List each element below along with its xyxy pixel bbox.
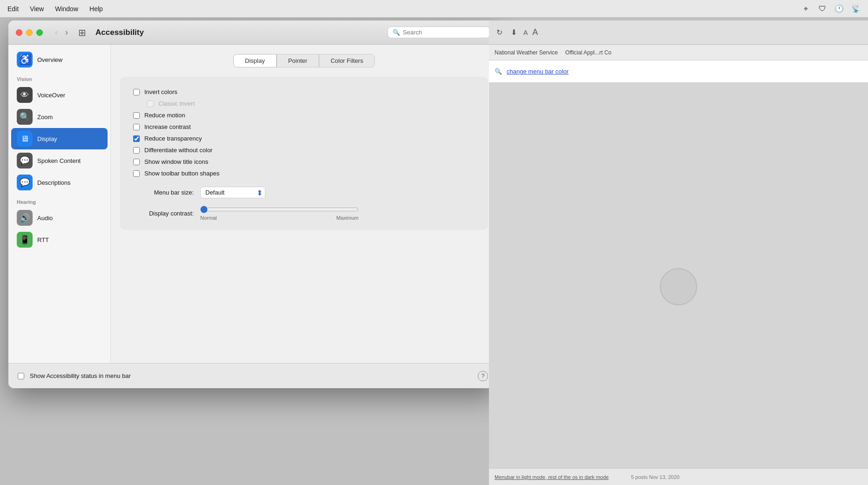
slider-labels: Normal Maximum	[200, 215, 359, 221]
reduce-motion-row: Reduce motion	[133, 109, 475, 121]
traffic-lights	[16, 29, 43, 36]
sidebar-label-audio: Audio	[37, 215, 53, 222]
reduce-motion-label: Reduce motion	[144, 112, 185, 119]
time-machine-icon[interactable]: 🕐	[834, 4, 844, 13]
browser-bottom: Menubar in light mode, rest of the os in…	[489, 468, 868, 485]
browser-font-large[interactable]: A	[532, 27, 538, 37]
display-contrast-row: Display contrast: Normal Maximum	[133, 206, 475, 221]
menu-view[interactable]: View	[30, 5, 44, 13]
increase-contrast-checkbox[interactable]	[133, 124, 140, 130]
invert-colors-checkbox[interactable]	[133, 89, 140, 95]
sidebar-item-descriptions[interactable]: 💬 Descriptions	[11, 172, 108, 193]
minimize-button[interactable]	[26, 29, 33, 36]
nav-arrows: ‹ ›	[52, 27, 71, 38]
radar-icon[interactable]: ⌖	[801, 4, 810, 13]
bookmark-nws[interactable]: National Weather Service	[495, 49, 558, 56]
reduce-motion-checkbox[interactable]	[133, 112, 140, 119]
bookmark-apple[interactable]: Official Appl...rt Co	[565, 49, 611, 56]
desktop: ‹ › ⊞ Accessibility 🔍 ♿ Overview Vision …	[0, 18, 868, 485]
browser-refresh-button[interactable]: ↻	[495, 26, 504, 39]
display-contrast-label: Display contrast:	[133, 210, 194, 217]
differentiate-label: Differentiate without color	[144, 147, 212, 154]
vision-section-header: Vision	[8, 71, 110, 84]
menubar-right-icons: ⌖ 🛡 🕐 📡	[801, 4, 861, 13]
main-content: Display Pointer Color Filters Invert col…	[111, 45, 497, 363]
window-icons-checkbox[interactable]	[133, 159, 140, 165]
voiceover-icon: 👁	[17, 87, 33, 103]
back-button[interactable]: ‹	[52, 27, 61, 38]
classic-invert-label: Classic Invert	[158, 100, 195, 107]
tab-pointer[interactable]: Pointer	[277, 54, 319, 67]
sidebar-label-rtt: RTT	[37, 236, 49, 243]
browser-download-button[interactable]: ⬇	[509, 26, 519, 39]
tab-color-filters[interactable]: Color Filters	[319, 54, 375, 67]
search-bar[interactable]: 🔍	[387, 27, 490, 38]
sidebar-label-overview: Overview	[37, 56, 62, 63]
tab-bar: Display Pointer Color Filters	[120, 54, 488, 67]
browser-bottom-link[interactable]: Menubar in light mode, rest of the os in…	[495, 474, 609, 480]
accessibility-status-checkbox[interactable]	[18, 373, 24, 379]
toolbar-shapes-checkbox[interactable]	[133, 170, 140, 177]
overview-icon: ♿	[17, 52, 33, 67]
settings-panel: Invert colors Classic Invert Reduce moti…	[120, 77, 488, 230]
display-contrast-slider[interactable]	[200, 206, 359, 213]
sidebar-item-audio[interactable]: 🔊 Audio	[11, 207, 108, 229]
display-contrast-slider-container: Normal Maximum	[200, 206, 359, 221]
slider-min-label: Normal	[200, 215, 217, 221]
browser-font-small[interactable]: A	[523, 29, 528, 36]
close-button[interactable]	[16, 29, 22, 36]
invert-colors-row: Invert colors	[133, 86, 475, 98]
tab-display[interactable]: Display	[233, 54, 277, 67]
browser-bookmarks: National Weather Service Official Appl..…	[489, 45, 868, 61]
differentiate-row: Differentiate without color	[133, 144, 475, 156]
accessibility-status-label: Show Accessibility status in menu bar	[30, 372, 131, 379]
menu-bar-size-select-wrapper: Default Large ⬍	[200, 187, 265, 198]
window-icons-label: Show window title icons	[144, 158, 208, 165]
sidebar-label-zoom: Zoom	[37, 114, 53, 121]
menu-bar-size-label: Menu bar size:	[133, 189, 194, 196]
sidebar-item-overview[interactable]: ♿ Overview	[11, 49, 108, 70]
sidebar-label-voiceover: VoiceOver	[37, 92, 65, 99]
bottom-bar: Show Accessibility status in menu bar ?	[8, 363, 497, 388]
sidebar: ♿ Overview Vision 👁 VoiceOver 🔍 Zoom 🖥 D…	[8, 45, 111, 363]
malware-icon[interactable]: 🛡	[818, 4, 827, 13]
search-icon: 🔍	[393, 29, 400, 36]
help-button[interactable]: ?	[478, 371, 488, 381]
classic-invert-checkbox[interactable]	[147, 101, 154, 107]
descriptions-icon: 💬	[17, 175, 33, 190]
display-icon: 🖥	[17, 131, 33, 147]
sidebar-item-voiceover[interactable]: 👁 VoiceOver	[11, 84, 108, 106]
slider-max-label: Maximum	[336, 215, 359, 221]
browser-search-text[interactable]: change menu bar color	[507, 68, 569, 75]
forward-button[interactable]: ›	[62, 27, 71, 38]
browser-bottom-meta: 5 posts Nov 13, 2020	[631, 474, 679, 480]
sidebar-label-spoken-content: Spoken Content	[37, 157, 81, 164]
sidebar-item-spoken-content[interactable]: 💬 Spoken Content	[11, 150, 108, 171]
window-title: Accessibility	[95, 28, 144, 37]
classic-invert-row: Classic Invert	[133, 98, 475, 109]
maximize-button[interactable]	[36, 29, 43, 36]
increase-contrast-row: Increase contrast	[133, 121, 475, 133]
menu-edit[interactable]: Edit	[7, 5, 19, 13]
sidebar-item-display[interactable]: 🖥 Display	[11, 128, 108, 149]
sidebar-label-descriptions: Descriptions	[37, 179, 71, 186]
grid-button[interactable]: ⊞	[78, 27, 86, 38]
title-bar: ‹ › ⊞ Accessibility 🔍	[8, 20, 497, 45]
search-input[interactable]	[403, 29, 485, 36]
audio-icon: 🔊	[17, 210, 33, 226]
toolbar-shapes-label: Show toolbar button shapes	[144, 170, 219, 177]
window-body: ♿ Overview Vision 👁 VoiceOver 🔍 Zoom 🖥 D…	[8, 45, 497, 363]
menu-help[interactable]: Help	[89, 5, 103, 13]
menubar: Edit View Window Help ⌖ 🛡 🕐 📡	[0, 0, 868, 18]
differentiate-checkbox[interactable]	[133, 147, 140, 154]
reduce-transparency-checkbox[interactable]	[133, 135, 140, 142]
airplay-icon[interactable]: 📡	[851, 4, 861, 13]
menu-window[interactable]: Window	[55, 5, 78, 13]
spoken-content-icon: 💬	[17, 153, 33, 168]
invert-colors-label: Invert colors	[144, 88, 177, 95]
menu-bar-size-select[interactable]: Default Large	[200, 187, 265, 198]
browser-window: ↻ ⬇ A A National Weather Service Officia…	[489, 20, 868, 485]
sidebar-item-rtt[interactable]: 📱 RTT	[11, 229, 108, 250]
sidebar-label-display: Display	[37, 135, 57, 142]
sidebar-item-zoom[interactable]: 🔍 Zoom	[11, 106, 108, 128]
